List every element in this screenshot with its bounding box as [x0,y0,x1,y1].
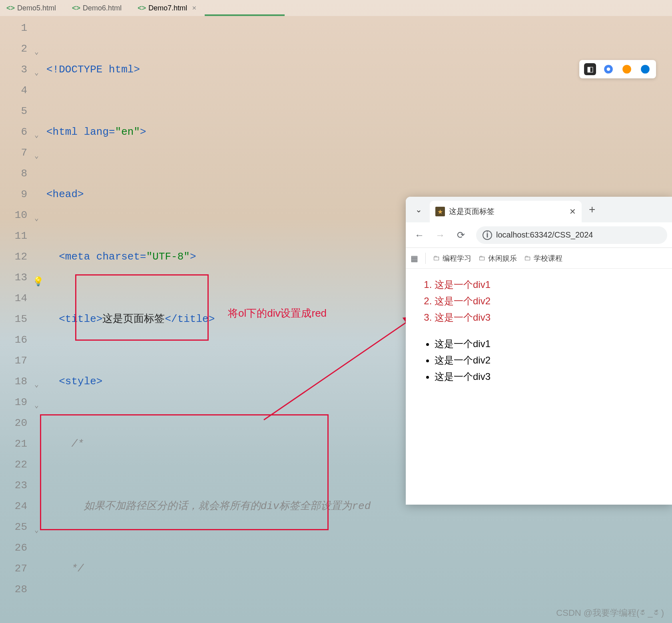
svg-point-2 [607,68,610,71]
line-number: 24 [0,496,27,517]
code-text: lang= [84,126,115,138]
code-text: <style> [59,375,102,387]
bookmark-label: 休闲娱乐 [488,254,517,263]
browser-titlebar: ⌄ ★ 这是页面标签 ✕ + [406,197,672,222]
separator [425,253,426,264]
fold-chevron-icon[interactable]: ⌄ [34,125,39,146]
line-number: 15 [0,309,27,329]
list-item: 这是一个div3 [435,310,656,326]
tab-demo5[interactable]: <> Demo5.html [3,2,59,14]
line-number: 26 [0,537,27,558]
favicon-icon: ★ [435,207,445,216]
code-text: "en" [115,126,140,138]
line-number: 12 [0,246,27,267]
line-number-gutter: 1 2 3 4 5 6 7 8 9 10 11 12 13 14 15 16 1… [0,18,32,623]
line-number: 4 [0,80,27,101]
reload-button[interactable]: ⟳ [452,226,470,244]
tab-label: Demo6.html [83,4,122,12]
forward-button[interactable]: → [431,226,449,244]
line-number-text: 14 [15,292,27,304]
code-text: <meta [59,251,96,263]
code-text: <head> [46,188,84,200]
editor-tabs: <> Demo5.html <> Demo6.html <> Demo7.htm… [0,0,672,16]
list-item: 这是一个div3 [435,369,656,385]
bookmark-label: 编程学习 [443,254,471,263]
browser-tab-title: 这是页面标签 [449,206,565,217]
list-item: 这是一个div1 [435,336,656,352]
line-number: 5 [0,101,27,122]
line-number: 2 [0,38,27,59]
fold-chevron-icon[interactable]: ⌄ [34,146,39,166]
browser-launch-icons: ◧ [579,60,656,78]
browser-tab[interactable]: ★ 这是页面标签 ✕ [430,201,582,222]
apps-grid-icon[interactable]: ▦ [411,254,418,263]
address-bar[interactable]: i localhost:63342/CSS_2024 [476,226,667,244]
close-icon[interactable]: ✕ [192,5,197,11]
fold-chevron-icon[interactable]: ⌄ [34,42,39,62]
line-number: 9 [0,184,27,205]
list-item: 这是一个div1 [435,277,656,293]
line-number: 21 [0,433,27,454]
site-info-icon[interactable]: i [483,230,492,240]
code-text: > [140,126,146,138]
bookmark-label: 学校课程 [534,254,562,263]
folder-icon: 🗀 [433,254,440,262]
fold-chevron-icon[interactable]: ⌄ [34,208,39,229]
line-number: 13 [0,267,27,288]
bookmarks-bar: ▦ 🗀编程学习 🗀休闲娱乐 🗀学校课程 [406,248,672,269]
browser-toolbar: ← → ⟳ i localhost:63342/CSS_2024 [406,222,672,248]
edge-icon[interactable] [639,63,651,75]
watermark-text: CSDN @我要学编程(ಥ_ಥ) [556,607,664,619]
annotation-text: 将ol下的div设置成red [228,306,327,320]
line-number: 17 [0,350,27,371]
fold-chevron-icon[interactable]: ⌄ [34,374,39,395]
bookmark-folder[interactable]: 🗀学校课程 [524,254,562,263]
unordered-list: 这是一个div1 这是一个div2 这是一个div3 [422,336,656,385]
highlight-box-ol-markup [40,414,329,530]
code-comment: */ [71,563,84,575]
tab-demo6[interactable]: <> Demo6.html [69,2,125,14]
line-number: 11 [0,226,27,246]
fold-chevron-icon[interactable]: ⌄ [34,62,39,83]
html-file-icon: <> [72,4,80,12]
firefox-icon[interactable] [621,63,633,75]
close-tab-icon[interactable]: ✕ [569,207,576,216]
tab-search-button[interactable]: ⌄ [409,200,428,219]
tab-demo7[interactable]: <> Demo7.html ✕ [134,2,200,14]
url-text: localhost:63342/CSS_2024 [496,230,593,240]
line-number: 8 [0,163,27,184]
tab-label: Demo5.html [17,4,56,12]
line-number: 28 [0,579,27,600]
code-text: > [190,251,196,263]
back-button[interactable]: ← [411,226,428,244]
bookmark-folder[interactable]: 🗀编程学习 [433,254,471,263]
fold-chevron-icon[interactable]: ⌄ [34,395,39,416]
line-number: 18 [0,371,27,392]
highlight-box-css-rule [75,274,209,341]
fold-column: ⌄ ⌄ ⌄ ⌄ ⌄ ⌄ 💡 ⌄ ⌄ ⌄ [32,18,46,623]
lightbulb-icon[interactable]: 💡 [33,272,44,293]
fold-chevron-icon[interactable]: ⌄ [34,520,39,541]
html-file-icon: <> [6,4,15,12]
line-number: 20 [0,413,27,433]
svg-point-3 [622,65,631,74]
line-number: 16 [0,329,27,350]
intellij-icon[interactable]: ◧ [584,63,596,75]
line-number: 14 [0,288,27,309]
bookmark-folder[interactable]: 🗀休闲娱乐 [479,254,517,263]
page-content: 这是一个div1 这是一个div2 这是一个div3 这是一个div1 这是一个… [406,269,672,393]
code-text: charset= [96,251,146,263]
line-number: 6 [0,122,27,142]
line-number: 10 [0,205,27,226]
svg-point-4 [641,65,650,74]
line-number: 3 [0,59,27,80]
line-number: 25 [0,517,27,537]
ordered-list: 这是一个div1 这是一个div2 这是一个div3 [422,277,656,325]
browser-preview-window: ⌄ ★ 这是页面标签 ✕ + ← → ⟳ i localhost:63342/C… [406,197,672,505]
chrome-icon[interactable] [602,63,614,75]
list-item: 这是一个div2 [435,293,656,310]
list-item: 这是一个div2 [435,352,656,369]
line-number: 19 [0,392,27,413]
code-text: <!DOCTYPE html> [46,64,140,76]
new-tab-button[interactable]: + [583,203,601,216]
